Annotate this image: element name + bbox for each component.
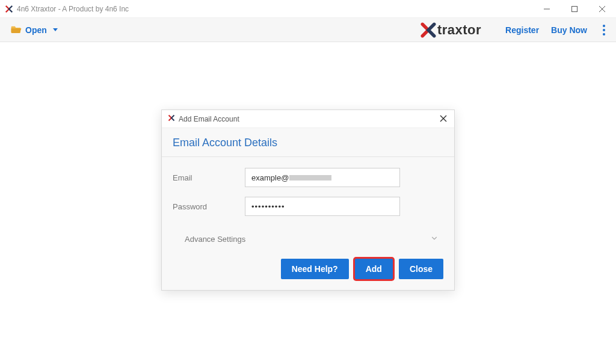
dialog-heading: Email Account Details bbox=[173, 128, 443, 156]
advance-settings-toggle[interactable]: Advance Settings bbox=[173, 226, 443, 253]
chevron-down-icon bbox=[430, 234, 439, 244]
window-title: 4n6 Xtraxtor - A Product by 4n6 Inc bbox=[17, 5, 129, 13]
email-label: Email bbox=[173, 173, 245, 182]
toolbar-left: Open bbox=[7, 22, 61, 37]
email-value-prefix: example@ bbox=[251, 173, 289, 182]
dialog-titlebar: Add Email Account bbox=[162, 110, 454, 128]
add-email-account-dialog: Add Email Account Email Account Details … bbox=[161, 110, 455, 291]
register-link[interactable]: Register bbox=[505, 25, 539, 35]
password-label: Password bbox=[173, 202, 245, 211]
window-titlebar: 4n6 Xtraxtor - A Product by 4n6 Inc bbox=[0, 0, 616, 18]
dialog-title-left: Add Email Account bbox=[168, 114, 239, 123]
dialog-logo-icon bbox=[168, 114, 175, 123]
caret-down-icon bbox=[53, 28, 58, 31]
dialog-buttons: Need Help? Add Close bbox=[173, 253, 443, 279]
open-label: Open bbox=[25, 25, 47, 35]
brand-logo: traxtor bbox=[420, 22, 481, 38]
dialog-body: Email Account Details Email example@ Pas… bbox=[162, 128, 454, 290]
toolbar-right: traxtor Register Buy Now bbox=[420, 21, 609, 39]
email-input[interactable]: example@ bbox=[245, 168, 400, 187]
maximize-button[interactable] bbox=[561, 0, 588, 18]
dialog-close-button[interactable] bbox=[439, 113, 448, 125]
add-button[interactable]: Add bbox=[355, 259, 393, 279]
password-value: •••••••••• bbox=[251, 202, 285, 211]
main-toolbar: Open traxtor Register Buy Now bbox=[0, 18, 616, 42]
advance-settings-label: Advance Settings bbox=[185, 235, 245, 244]
email-row: Email example@ bbox=[173, 168, 443, 187]
password-row: Password •••••••••• bbox=[173, 197, 443, 216]
brand-text: traxtor bbox=[437, 22, 481, 38]
email-redacted-icon bbox=[289, 175, 331, 180]
buy-now-link[interactable]: Buy Now bbox=[551, 25, 587, 35]
title-left: 4n6 Xtraxtor - A Product by 4n6 Inc bbox=[5, 5, 129, 13]
minimize-button[interactable] bbox=[533, 0, 561, 18]
kebab-menu-button[interactable] bbox=[599, 21, 609, 39]
folder-icon bbox=[11, 25, 22, 35]
separator bbox=[162, 156, 454, 157]
close-window-button[interactable] bbox=[588, 0, 616, 18]
open-menu-button[interactable]: Open bbox=[7, 22, 61, 37]
dialog-title: Add Email Account bbox=[179, 115, 239, 123]
svg-rect-1 bbox=[572, 6, 578, 11]
need-help-button[interactable]: Need Help? bbox=[281, 259, 349, 279]
app-logo-icon bbox=[5, 5, 13, 13]
password-input[interactable]: •••••••••• bbox=[245, 197, 400, 216]
window-controls bbox=[533, 0, 616, 18]
close-button[interactable]: Close bbox=[399, 259, 443, 279]
